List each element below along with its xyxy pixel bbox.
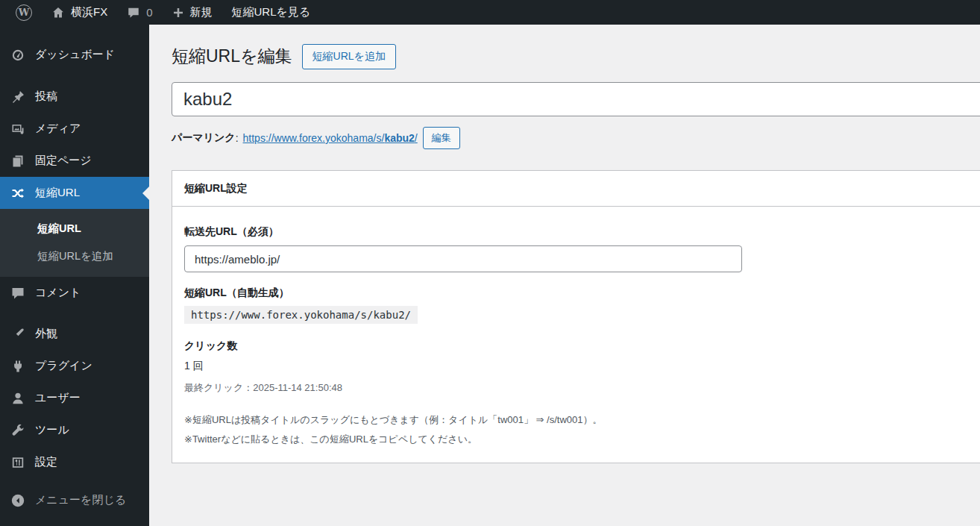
comments-link[interactable]: 0: [117, 0, 162, 25]
add-short-url-button[interactable]: 短縮URLを追加: [302, 44, 396, 69]
home-icon: [51, 6, 65, 19]
sidebar-item-plugins[interactable]: プラグイン: [0, 350, 149, 382]
page-title-row: 短縮URLを編集 短縮URLを追加: [172, 44, 980, 69]
notes: ※短縮URLは投稿タイトルのスラッグにもとづきます（例：タイトル「tw001」 …: [184, 413, 980, 446]
menu-separator: [0, 309, 149, 318]
collapse-menu-label: メニューを閉じる: [35, 493, 126, 507]
sidebar-item-label: コメント: [35, 286, 81, 300]
media-icon: [10, 122, 25, 137]
shuffle-icon: [10, 186, 25, 201]
menu-separator: [0, 71, 149, 81]
submenu-item-short-url[interactable]: 短縮URL: [0, 215, 149, 242]
view-short-url-label: 短縮URLを見る: [232, 5, 311, 19]
last-click-timestamp: 最終クリック：2025-11-14 21:50:48: [184, 381, 980, 395]
click-count-value: 1 回: [184, 360, 980, 373]
new-content-menu[interactable]: 新規: [163, 0, 222, 25]
comment-count: 0: [146, 6, 152, 19]
collapse-arrow-icon: [10, 493, 25, 508]
sidebar-item-label: メディア: [35, 122, 81, 136]
submenu-item-add-short-url[interactable]: 短縮URLを追加: [0, 242, 149, 270]
sidebar-item-posts[interactable]: 投稿: [0, 81, 149, 113]
view-short-url-link[interactable]: 短縮URLを見る: [222, 0, 321, 25]
sidebar-item-label: 投稿: [35, 90, 57, 104]
sidebar-item-label: 設定: [35, 455, 57, 469]
plug-icon: [10, 359, 25, 374]
sidebar-item-label: 短縮URL: [35, 186, 80, 200]
edit-permalink-button[interactable]: 編集: [423, 127, 460, 149]
permalink-row: パーマリンク: https://www.forex.yokohama/s/kab…: [172, 127, 980, 149]
sidebar-item-media[interactable]: メディア: [0, 113, 149, 145]
sidebar-item-settings[interactable]: 設定: [0, 446, 149, 478]
sidebar-item-label: ユーザー: [35, 391, 81, 405]
permalink-link[interactable]: https://www.forex.yokohama/s/kabu2/: [243, 132, 418, 144]
plus-icon: [172, 7, 184, 19]
user-icon: [10, 391, 25, 406]
sidebar-item-appearance[interactable]: 外観: [0, 318, 149, 350]
gauge-icon: [10, 48, 25, 63]
wordpress-admin: W 横浜FX 0 新規 短縮URLを見る: [0, 0, 980, 526]
permalink-colon: :: [236, 132, 239, 144]
metabox-title: 短縮URL設定: [172, 171, 980, 207]
click-count-label: クリック数: [184, 339, 980, 353]
main-content: 短縮URLを編集 短縮URLを追加 パーマリンク: https://www.fo…: [149, 25, 980, 526]
site-name-label: 横浜FX: [71, 5, 107, 19]
pages-icon: [10, 154, 25, 169]
permalink-label: パーマリンク: [172, 131, 236, 145]
sidebar-item-tools[interactable]: ツール: [0, 414, 149, 446]
note-line: ※Twitterなどに貼るときは、この短縮URLをコピペしてください。: [184, 433, 980, 446]
pin-icon: [10, 90, 25, 104]
sidebar-item-pages[interactable]: 固定ページ: [0, 145, 149, 177]
comment-icon: [10, 286, 25, 301]
wrench-icon: [10, 423, 25, 438]
sidebar-item-comments[interactable]: コメント: [0, 277, 149, 309]
sidebar-item-label: ツール: [35, 423, 69, 437]
sidebar-item-label: 固定ページ: [35, 154, 92, 168]
sidebar-item-label: ダッシュボード: [35, 48, 115, 62]
page-title: 短縮URLを編集: [172, 46, 292, 68]
comment-bubble-icon: [127, 6, 140, 19]
sidebar-item-dashboard[interactable]: ダッシュボード: [0, 39, 149, 71]
sliders-icon: [10, 455, 25, 470]
admin-sidebar: ダッシュボード 投稿 メディア 固定ページ 短縮URL: [0, 25, 149, 526]
short-url-label: 短縮URL（自動生成）: [184, 287, 980, 300]
short-url-settings-metabox: 短縮URL設定 転送先URL（必須） 短縮URL（自動生成） https://w…: [172, 170, 980, 463]
new-content-label: 新規: [190, 5, 213, 19]
admin-bar: W 横浜FX 0 新規 短縮URLを見る: [0, 0, 980, 25]
wordpress-logo-icon: W: [16, 4, 32, 21]
wp-logo-menu[interactable]: W: [6, 0, 42, 25]
destination-url-label: 転送先URL（必須）: [184, 225, 980, 239]
short-url-value: https://www.forex.yokohama/s/kabu2/: [184, 306, 418, 324]
site-name-link[interactable]: 横浜FX: [42, 0, 117, 25]
short-url-submenu: 短縮URL 短縮URLを追加: [0, 209, 149, 277]
note-line: ※短縮URLは投稿タイトルのスラッグにもとづきます（例：タイトル「tw001」 …: [184, 413, 980, 427]
destination-url-input[interactable]: [184, 245, 742, 272]
sidebar-item-label: プラグイン: [35, 359, 92, 373]
brush-icon: [10, 327, 25, 342]
sidebar-item-users[interactable]: ユーザー: [0, 382, 149, 414]
sidebar-item-label: 外観: [35, 327, 57, 341]
title-input[interactable]: [172, 82, 980, 116]
collapse-menu-button[interactable]: メニューを閉じる: [0, 484, 149, 516]
sidebar-item-short-url[interactable]: 短縮URL: [0, 177, 149, 209]
